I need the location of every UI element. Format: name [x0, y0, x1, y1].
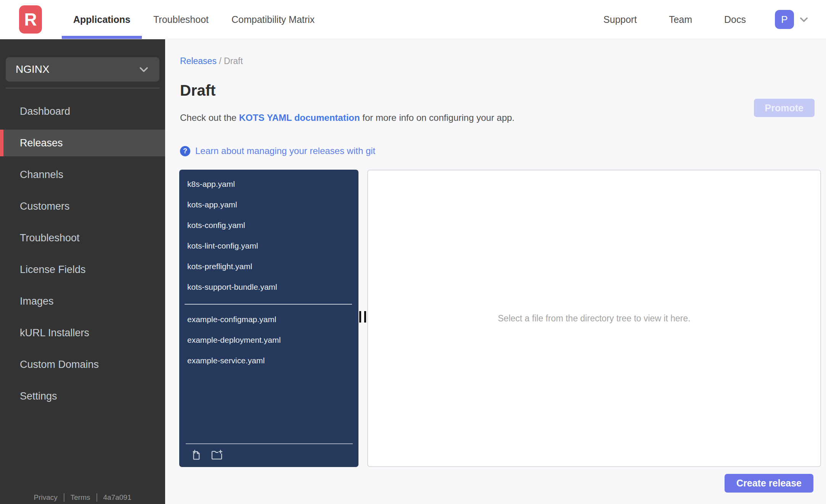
footer-separator [64, 493, 64, 502]
nav-team[interactable]: Team [653, 14, 708, 25]
sidebar-footer: Privacy Terms 4a7a091 [0, 493, 165, 502]
privacy-link[interactable]: Privacy [34, 493, 58, 502]
file-item[interactable]: kots-config.yaml [179, 215, 358, 236]
tab-compatibility-matrix[interactable]: Compatibility Matrix [220, 0, 326, 39]
git-link-label: Learn about managing your releases with … [195, 146, 375, 156]
avatar[interactable]: P [775, 10, 794, 29]
panel-resize-handle[interactable] [359, 311, 366, 323]
create-release-button[interactable]: Create release [725, 474, 813, 493]
sidebar-item-troubleshoot[interactable]: Troubleshoot [0, 225, 165, 251]
nav-docs[interactable]: Docs [708, 14, 762, 25]
file-item[interactable]: example-deployment.yaml [179, 330, 358, 350]
replicated-logo[interactable]: R [19, 5, 42, 34]
file-item[interactable]: example-service.yaml [179, 350, 358, 371]
sidebar-item-dashboard[interactable]: Dashboard [0, 98, 165, 125]
breadcrumb-current-label: Draft [224, 56, 243, 66]
terms-link[interactable]: Terms [71, 493, 90, 502]
file-item[interactable]: k8s-app.yaml [179, 174, 358, 194]
sidebar-item-releases[interactable]: Releases [0, 130, 165, 156]
file-plus-icon [190, 449, 202, 461]
file-item[interactable]: kots-support-bundle.yaml [179, 277, 358, 297]
nav-support[interactable]: Support [587, 14, 653, 25]
file-item[interactable]: kots-preflight.yaml [179, 256, 358, 277]
file-item[interactable]: example-configmap.yaml [179, 309, 358, 330]
file-tree-group-examples: example-configmap.yaml example-deploymen… [179, 309, 358, 371]
app-selector-value: NGINX [16, 63, 50, 75]
sidebar-item-customers[interactable]: Customers [0, 193, 165, 220]
subtitle-prefix: Check out the [180, 112, 239, 123]
sidebar-divider [6, 88, 159, 88]
new-file-button[interactable] [190, 449, 202, 461]
file-tree-divider [185, 304, 352, 305]
file-viewer-placeholder: Select a file from the directory tree to… [498, 313, 691, 324]
chevron-down-icon [138, 64, 149, 75]
subtitle: Check out the KOTS YAML documentation fo… [180, 112, 514, 123]
file-item[interactable]: kots-app.yaml [179, 194, 358, 215]
app-root: R Applications Troubleshoot Compatibilit… [0, 0, 826, 504]
new-folder-button[interactable] [211, 449, 223, 461]
sidebar-item-custom-domains[interactable]: Custom Domains [0, 351, 165, 378]
kots-yaml-docs-link[interactable]: KOTS YAML documentation [239, 112, 360, 123]
breadcrumb-releases-link[interactable]: Releases [180, 56, 217, 66]
file-viewer-panel: Select a file from the directory tree to… [367, 170, 821, 467]
app-selector-dropdown[interactable]: NGINX [6, 57, 159, 82]
subtitle-suffix: for more info on configuring your app. [360, 112, 515, 123]
footer-separator [96, 493, 97, 502]
resize-grip-bar [364, 311, 366, 323]
secondary-nav: Support Team Docs P [587, 10, 826, 29]
sidebar-item-license-fields[interactable]: License Fields [0, 256, 165, 283]
sidebar-item-settings[interactable]: Settings [0, 383, 165, 409]
help-icon: ? [180, 146, 190, 156]
tab-troubleshoot[interactable]: Troubleshoot [142, 0, 220, 39]
file-tree-actions [186, 443, 353, 467]
chevron-down-icon[interactable] [799, 14, 809, 25]
top-nav: R Applications Troubleshoot Compatibilit… [0, 0, 826, 39]
sidebar-item-kurl-installers[interactable]: kURL Installers [0, 319, 165, 346]
file-tree-group-kots: k8s-app.yaml kots-app.yaml kots-config.y… [179, 170, 358, 297]
tab-applications[interactable]: Applications [62, 0, 142, 39]
breadcrumb-separator-glyph: / [219, 56, 221, 66]
sidebar-item-channels[interactable]: Channels [0, 161, 165, 188]
main-content: Releases / Draft Draft Check out the KOT… [165, 39, 826, 504]
sidebar-nav: Dashboard Releases Channels Customers Tr… [0, 98, 165, 409]
primary-nav: Applications Troubleshoot Compatibility … [62, 0, 326, 39]
sidebar-item-images[interactable]: Images [0, 288, 165, 315]
build-hash: 4a7a091 [103, 493, 132, 502]
resize-grip-bar [359, 311, 361, 323]
breadcrumb: Releases / Draft [180, 56, 243, 66]
git-releases-link[interactable]: ? Learn about managing your releases wit… [180, 146, 375, 156]
file-item[interactable]: kots-lint-config.yaml [179, 236, 358, 256]
page-title: Draft [180, 82, 215, 99]
file-tree-panel: k8s-app.yaml kots-app.yaml kots-config.y… [179, 170, 358, 467]
folder-plus-icon [211, 449, 223, 461]
sidebar: NGINX Dashboard Releases Channels Custom… [0, 39, 165, 504]
promote-button[interactable]: Promote [754, 99, 815, 117]
